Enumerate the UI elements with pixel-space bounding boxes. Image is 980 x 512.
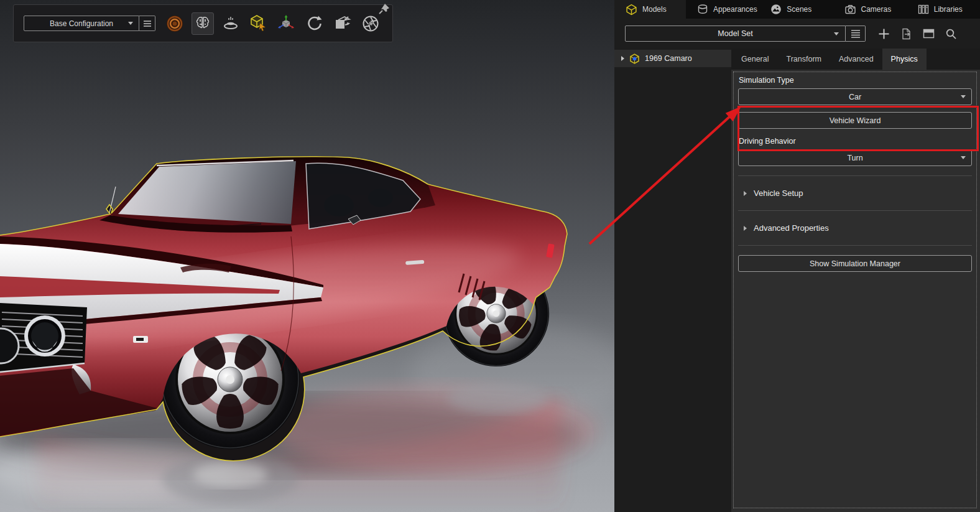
simulation-type-value: Car: [849, 93, 861, 101]
turntable-button[interactable]: [220, 12, 242, 35]
tab-general[interactable]: General: [733, 49, 777, 70]
section-label: Vehicle Setup: [754, 189, 803, 198]
tab-label: Appearances: [713, 5, 757, 14]
move-gizmo-button[interactable]: [275, 12, 298, 35]
configuration-select-value: Base Configuration: [50, 19, 113, 28]
ai-denoiser-button[interactable]: [192, 12, 214, 35]
render-aperture-icon: [361, 14, 380, 33]
tab-cameras[interactable]: Cameras: [833, 0, 907, 19]
photo-icon: [770, 4, 782, 15]
pin-icon: [378, 3, 391, 16]
tab-label: Scenes: [787, 5, 811, 14]
section-label: Advanced Properties: [754, 223, 829, 233]
driving-behavior-select[interactable]: Turn: [738, 149, 972, 166]
show-simulation-manager-button[interactable]: Show Simulation Manager: [738, 255, 972, 272]
vehicle-wizard-button[interactable]: Vehicle Wizard: [738, 112, 972, 129]
simulation-type-select[interactable]: Car: [738, 88, 972, 105]
divider: [738, 210, 972, 211]
model-set-select[interactable]: Model Set: [625, 26, 846, 42]
snapshot-box-icon: [333, 14, 352, 33]
select-model-button[interactable]: [247, 12, 270, 35]
snapshot-button[interactable]: [331, 12, 354, 35]
model-set-bar: Model Set: [614, 19, 980, 49]
split-view-icon: [923, 28, 935, 39]
side-marker-slot: [136, 338, 144, 341]
cube-icon: [626, 4, 637, 16]
select-model-cube-icon: [249, 14, 268, 33]
rotate-button[interactable]: [303, 12, 326, 35]
tab-libraries[interactable]: Libraries: [907, 0, 980, 19]
appearance-rings-icon: [165, 14, 184, 33]
simulation-type-label: Simulation Type: [739, 76, 972, 85]
model-tree: 1969 Camaro: [614, 49, 731, 512]
camera-icon: [844, 4, 856, 15]
tab-appearances[interactable]: Appearances: [686, 0, 759, 19]
paint-can-icon: [697, 4, 708, 15]
car-render: [0, 0, 614, 512]
section-advanced-properties[interactable]: Advanced Properties: [738, 220, 972, 236]
tab-label: Libraries: [934, 5, 963, 14]
configuration-select[interactable]: Base Configuration: [24, 16, 139, 31]
add-model-button[interactable]: [876, 26, 892, 42]
viewport-toolbar: Base Configuration: [13, 4, 393, 42]
tab-transform[interactable]: Transform: [777, 49, 830, 70]
driving-behavior-value: Turn: [847, 154, 862, 162]
model-hexagon-icon: [629, 54, 640, 64]
menu-icon: [143, 19, 152, 28]
books-icon: [918, 4, 929, 15]
tab-scenes[interactable]: Scenes: [759, 0, 833, 19]
tree-item-1969-camaro[interactable]: 1969 Camaro: [614, 50, 731, 67]
tab-label: Cameras: [861, 5, 892, 14]
add-icon: [878, 28, 890, 40]
search-button[interactable]: [943, 26, 959, 42]
menu-icon: [851, 29, 861, 39]
chevron-down-icon: [961, 156, 966, 159]
rotate-icon: [305, 14, 324, 33]
viewport-3d[interactable]: Base Configuration: [0, 0, 614, 512]
model-set-value: Model Set: [718, 29, 752, 38]
ribbon-tab-bar: Models Appearances Scenes: [614, 0, 980, 19]
export-icon: [900, 28, 912, 40]
split-view-button[interactable]: [920, 26, 936, 42]
turntable-icon: [221, 14, 240, 33]
physics-panel: Simulation Type Car Vehicle Wizard Drivi…: [731, 70, 980, 512]
expand-caret-icon[interactable]: [621, 56, 624, 61]
tab-models[interactable]: Models: [614, 0, 686, 19]
property-tab-bar: General Transform Advanced Physics: [731, 49, 980, 70]
divider: [738, 175, 972, 176]
model-set-menu-button[interactable]: [846, 26, 866, 42]
appearance-rings-button[interactable]: [164, 12, 186, 35]
application-window: Base Configuration: [0, 0, 980, 512]
divider: [738, 245, 972, 246]
search-icon: [945, 28, 957, 40]
tab-advanced[interactable]: Advanced: [830, 49, 882, 70]
chevron-down-icon: [961, 95, 966, 98]
export-button[interactable]: [898, 26, 914, 42]
tab-physics[interactable]: Physics: [882, 49, 927, 70]
tab-label: Models: [642, 5, 667, 14]
chevron-down-icon: [834, 32, 839, 35]
configuration-menu-button[interactable]: [139, 16, 155, 31]
properties-panel: General Transform Advanced Physics Simul…: [731, 49, 980, 512]
expand-caret-icon: [744, 226, 747, 231]
pin-toolbar-button[interactable]: [377, 2, 391, 16]
move-gizmo-icon: [277, 14, 296, 33]
tree-item-label: 1969 Camaro: [645, 54, 692, 63]
ai-denoiser-brain-icon: [194, 15, 211, 32]
chevron-down-icon: [128, 22, 133, 25]
section-vehicle-setup[interactable]: Vehicle Setup: [738, 185, 972, 201]
right-panel: Models Appearances Scenes: [614, 0, 980, 512]
driving-behavior-label: Driving Behavior: [739, 137, 972, 146]
expand-caret-icon: [744, 191, 747, 196]
